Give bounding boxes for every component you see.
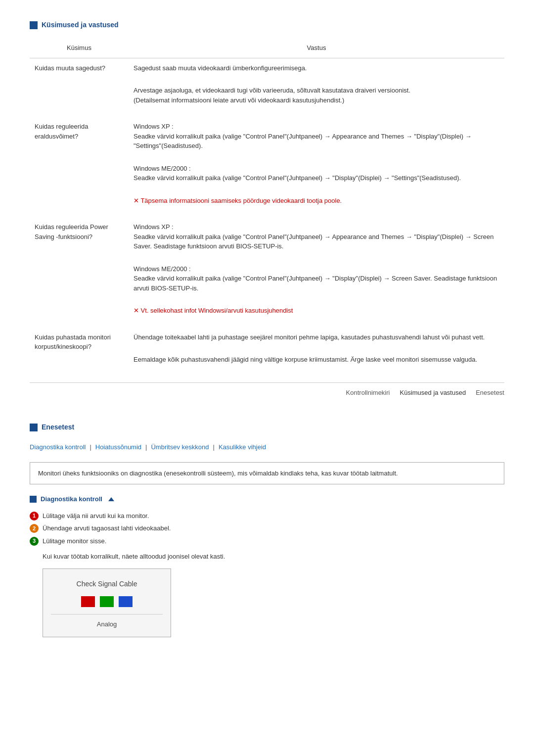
sep3: | <box>213 442 215 452</box>
info-text: Monitori üheks funktsiooniks on diagnost… <box>38 470 398 477</box>
color-block-1 <box>100 596 114 607</box>
table-row: Kuidas muuta sagedust?Sagedust saab muut… <box>30 58 504 81</box>
answer-cell: Windows ME/2000 : Seadke värvid korralik… <box>129 259 504 301</box>
spacer-cell <box>30 213 504 217</box>
color-block-2 <box>119 596 133 607</box>
list-item: 2Ühendage arvuti tagaosast lahti videoka… <box>30 523 504 533</box>
sub-section-title: Diagnostika kontroll <box>41 494 102 504</box>
answer-cell: Arvestage asjaoluga, et videokaardi tugi… <box>129 81 504 113</box>
steps-list: 1Lülitage välja nii arvuti kui ka monito… <box>30 511 504 546</box>
table-row: Kuidas reguleerida eraldusvõimet?Windows… <box>30 117 504 159</box>
info-box: Monitori üheks funktsiooniks on diagnost… <box>30 462 504 485</box>
answer-block: Ühendage toitekaabel lahti ja puhastage … <box>134 332 499 342</box>
note-text: ✕ Täpsema informatsiooni saamiseks pöörd… <box>134 197 342 204</box>
spacer-row <box>30 213 504 217</box>
section1-title: Küsimused ja vastused <box>42 20 119 30</box>
answer-block: Arvestage asjaoluga, et videokaardi tugi… <box>134 86 499 105</box>
step-text: Lülitage monitor sisse. <box>43 536 106 546</box>
section2-icon <box>30 424 38 431</box>
answer-block: Windows ME/2000 : Seadke värvid korralik… <box>134 164 499 183</box>
question-cell: Kuidas reguleerida eraldusvõimet? <box>30 117 129 213</box>
spacer-row <box>30 324 504 328</box>
step-number: 1 <box>30 512 39 520</box>
signal-box: Check Signal Cable Analog <box>43 568 171 638</box>
bottom-nav: Kontrollnimekiri Küsimused ja vastused E… <box>30 382 504 403</box>
spacer-cell <box>30 324 504 328</box>
qa-table: Küsimus Vastus Kuidas muuta sagedust?Sag… <box>30 40 504 373</box>
nav-item-2[interactable]: Küsimused ja vastused <box>400 388 466 398</box>
color-block-0 <box>81 596 95 607</box>
answer-cell: ✕ Täpsema informatsiooni saamiseks pöörd… <box>129 191 504 214</box>
col-question: Küsimus <box>30 40 129 58</box>
section2-header: Enesetest <box>30 422 504 432</box>
question-cell: Kuidas muuta sagedust? <box>30 58 129 113</box>
link-diagnostika[interactable]: Diagnostika kontroll <box>30 442 86 452</box>
answer-block: Sagedust saab muuta videokaardi ümberkon… <box>134 63 499 73</box>
step-number: 2 <box>30 524 39 533</box>
nav-item-3[interactable]: Enesetest <box>476 388 504 398</box>
spacer-row <box>30 113 504 117</box>
signal-box-subtitle: Analog <box>51 614 163 629</box>
table-row: Kuidas reguleerida Power Saving -funktsi… <box>30 217 504 259</box>
sub-section-icon <box>30 496 37 503</box>
link-hoiatused[interactable]: Hoiatussõnumid <box>95 442 141 452</box>
section2: Enesetest Diagnostika kontroll | Hoiatus… <box>30 422 504 637</box>
signal-box-wrapper: Check Signal Cable Analog <box>43 568 504 638</box>
answer-block: Windows XP : Seadke värvid korralikult p… <box>134 122 499 151</box>
answer-cell: Windows XP : Seadke värvid korralikult p… <box>129 217 504 259</box>
step-text: Ühendage arvuti tagaosast lahti videokaa… <box>43 523 171 533</box>
triangle-icon <box>108 497 114 501</box>
section1-icon <box>30 21 38 29</box>
answer-block: Windows XP : Seadke värvid korralikult p… <box>134 222 499 251</box>
signal-box-title: Check Signal Cable <box>51 579 163 589</box>
qa-table-header: Küsimus Vastus <box>30 40 504 58</box>
question-cell: Kuidas reguleerida Power Saving -funktsi… <box>30 217 129 324</box>
answer-block: Windows ME/2000 : Seadke värvid korralik… <box>134 264 499 293</box>
answer-cell: Ühendage toitekaabel lahti ja puhastage … <box>129 328 504 350</box>
question-cell: Kuidas puhastada monitori korpust/kinesk… <box>30 328 129 373</box>
signal-colors <box>51 596 163 607</box>
answer-cell: Sagedust saab muuta videokaardi ümberkon… <box>129 58 504 81</box>
section1-header: Küsimused ja vastused <box>30 20 504 30</box>
link-kasulikke[interactable]: Kasulikke vihjeid <box>219 442 266 452</box>
link-umbritsev[interactable]: Ümbritsev keskkond <box>151 442 209 452</box>
note-text: ✕ Vt. sellekohast infot Windowsi/arvuti … <box>134 307 293 314</box>
sub-section-header: Diagnostika kontroll <box>30 494 504 504</box>
table-row: Kuidas puhastada monitori korpust/kinesk… <box>30 328 504 350</box>
answer-block: Eemaldage kõik puhastusvahendi jäägid ni… <box>134 355 499 365</box>
list-item: 1Lülitage välja nii arvuti kui ka monito… <box>30 511 504 521</box>
step-note: Kui kuvar töötab korralikult, näete allt… <box>43 552 504 562</box>
list-item: 3Lülitage monitor sisse. <box>30 536 504 546</box>
answer-cell: Windows XP : Seadke värvid korralikult p… <box>129 117 504 159</box>
section2-title: Enesetest <box>42 422 74 432</box>
spacer-cell <box>30 113 504 117</box>
answer-cell: Windows ME/2000 : Seadke värvid korralik… <box>129 159 504 191</box>
sep2: | <box>145 442 147 452</box>
sep1: | <box>89 442 91 452</box>
answer-cell: ✕ Vt. sellekohast infot Windowsi/arvuti … <box>129 301 504 324</box>
step-text: Lülitage välja nii arvuti kui ka monitor… <box>43 511 149 521</box>
step-number: 3 <box>30 537 39 546</box>
col-answer: Vastus <box>129 40 504 58</box>
nav-item-1[interactable]: Kontrollnimekiri <box>346 388 390 398</box>
answer-cell: Eemaldage kõik puhastusvahendi jäägid ni… <box>129 350 504 373</box>
enesetest-links: Diagnostika kontroll | Hoiatussõnumid | … <box>30 442 504 452</box>
